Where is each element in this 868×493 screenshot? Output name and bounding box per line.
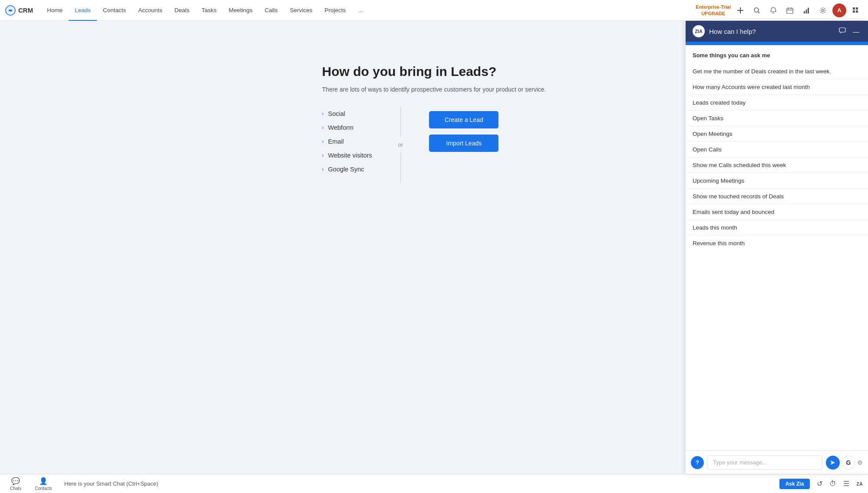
list-item-webform[interactable]: › Webform: [322, 121, 372, 135]
nav-contacts[interactable]: Contacts: [97, 0, 132, 21]
top-navigation: CRM Home Leads Contacts Accounts Deals T…: [0, 0, 868, 21]
reports-button[interactable]: [799, 3, 813, 17]
chats-label: Chats: [10, 486, 21, 491]
nav-deals[interactable]: Deals: [168, 0, 196, 21]
or-divider: or: [398, 107, 403, 183]
nav-menu: Home Leads Contacts Accounts Deals Tasks…: [41, 0, 696, 21]
nav-accounts[interactable]: Accounts: [132, 0, 168, 21]
calendar-icon: [786, 7, 793, 14]
list-item-label: Webform: [328, 124, 354, 131]
svg-rect-17: [839, 28, 845, 32]
zia-suggestion-7[interactable]: Upcoming Meetings: [686, 173, 868, 189]
nav-services[interactable]: Services: [284, 0, 319, 21]
notification-button[interactable]: [766, 3, 780, 17]
send-icon: [830, 460, 836, 466]
zia-suggestion-5[interactable]: Open Calls: [686, 142, 868, 158]
grammarly-icon[interactable]: G: [842, 456, 855, 470]
zia-suggestions-panel: Some things you can ask me Get me the nu…: [686, 45, 868, 450]
create-button[interactable]: [733, 3, 747, 17]
trial-label: Enterprise-Trial: [696, 4, 731, 10]
list-icon[interactable]: ☰: [843, 480, 849, 488]
crm-logo-icon: [5, 5, 16, 16]
svg-rect-10: [806, 10, 807, 13]
zia-bottom-icon[interactable]: ZA: [856, 481, 863, 486]
zia-title: How can I help?: [709, 28, 837, 35]
zia-chat-icon[interactable]: [837, 26, 848, 37]
zia-help-button[interactable]: ?: [691, 456, 704, 469]
svg-rect-2: [737, 10, 743, 11]
zia-suggestion-10[interactable]: Leads this month: [686, 220, 868, 236]
chevron-icon: ›: [322, 125, 324, 131]
bottom-right-icons: Ask Zia ↺ ⏱ ☰ ZA: [779, 479, 863, 489]
zia-chat-panel: ZIA How can I help? — Some things you ca…: [686, 21, 868, 474]
zia-suggestion-4[interactable]: Open Meetings: [686, 126, 868, 142]
svg-rect-9: [804, 11, 805, 13]
nav-leads[interactable]: Leads: [69, 0, 97, 21]
nav-right-actions: Enterprise-Trial UPGRADE: [696, 3, 863, 17]
zia-suggestion-0[interactable]: Get me the number of Deals created in th…: [686, 64, 868, 79]
nav-tasks[interactable]: Tasks: [195, 0, 223, 21]
list-item-website[interactable]: › Website visitors: [322, 148, 372, 162]
zia-suggestion-11[interactable]: Revenue this month: [686, 236, 868, 251]
list-item-label: Social: [328, 110, 346, 117]
svg-rect-13: [853, 7, 855, 10]
zia-suggestion-6[interactable]: Show me Calls scheduled this week: [686, 158, 868, 173]
list-item-email[interactable]: › Email: [322, 135, 372, 148]
timer-icon[interactable]: ⏱: [829, 480, 836, 488]
page-subtitle: There are lots of ways to identify prosp…: [322, 86, 546, 93]
zia-input-area: ? G ⚙: [686, 450, 868, 474]
grid-icon: [852, 7, 860, 14]
chevron-icon: ›: [322, 111, 324, 117]
zia-suggestion-1[interactable]: How many Accounts were created last mont…: [686, 79, 868, 95]
settings-button[interactable]: [816, 3, 830, 17]
search-button[interactable]: [750, 3, 764, 17]
calendar-button[interactable]: [783, 3, 797, 17]
gear-icon: [819, 7, 826, 14]
zia-send-area: G ⚙: [826, 456, 863, 470]
refresh-icon[interactable]: ↺: [817, 480, 822, 488]
zia-suggestion-3[interactable]: Open Tasks: [686, 111, 868, 126]
search-icon: [753, 7, 760, 14]
bottom-contacts[interactable]: 👤 Contacts: [33, 477, 54, 491]
svg-rect-14: [856, 7, 858, 10]
import-leads-button[interactable]: Import Leads: [429, 135, 498, 152]
avatar[interactable]: A: [832, 3, 846, 17]
zia-accent-bar: [686, 42, 868, 45]
ask-zia-button[interactable]: Ask Zia: [779, 479, 810, 489]
zia-header: ZIA How can I help? —: [686, 21, 868, 42]
app-logo[interactable]: CRM: [5, 5, 33, 16]
svg-point-12: [822, 9, 824, 11]
svg-rect-15: [853, 10, 855, 13]
zia-settings-icon[interactable]: ⚙: [857, 459, 863, 466]
smart-chat-hint: Here is your Smart Chat (Ctrl+Space): [61, 480, 772, 487]
zia-minimize-button[interactable]: —: [851, 26, 861, 37]
contacts-icon: 👤: [39, 477, 48, 485]
nav-calls[interactable]: Calls: [259, 0, 284, 21]
create-lead-button[interactable]: Create a Lead: [429, 111, 498, 128]
zia-suggestion-8[interactable]: Show me touched records of Deals: [686, 189, 868, 204]
chevron-icon: ›: [322, 166, 324, 172]
zia-send-button[interactable]: [826, 456, 840, 470]
bell-icon: [770, 7, 777, 14]
nav-home[interactable]: Home: [41, 0, 69, 21]
zia-logo: ZIA: [693, 25, 705, 37]
nav-meetings[interactable]: Meetings: [223, 0, 259, 21]
list-item-social[interactable]: › Social: [322, 107, 372, 121]
zia-message-input[interactable]: [707, 455, 822, 470]
zia-suggestion-2[interactable]: Leads created today: [686, 95, 868, 111]
list-item-label: Website visitors: [328, 152, 372, 159]
grid-menu-button[interactable]: [849, 3, 863, 17]
nav-projects[interactable]: Projects: [318, 0, 352, 21]
upgrade-link[interactable]: UPGRADE: [696, 10, 731, 16]
leads-body: › Social › Webform › Email › Website vis…: [322, 107, 546, 183]
svg-rect-11: [808, 8, 809, 13]
list-item-label: Email: [328, 138, 344, 145]
zia-suggestion-9[interactable]: Emails sent today and bounced: [686, 204, 868, 220]
svg-rect-16: [856, 10, 858, 13]
nav-more[interactable]: ...: [352, 0, 369, 21]
zia-header-icons: —: [837, 26, 861, 37]
list-item-google-sync[interactable]: › Google Sync: [322, 162, 372, 176]
bottom-chats[interactable]: 💬 Chats: [5, 477, 26, 491]
leads-onboarding: How do you bring in Leads? There are lot…: [322, 47, 546, 183]
svg-rect-5: [787, 8, 793, 13]
